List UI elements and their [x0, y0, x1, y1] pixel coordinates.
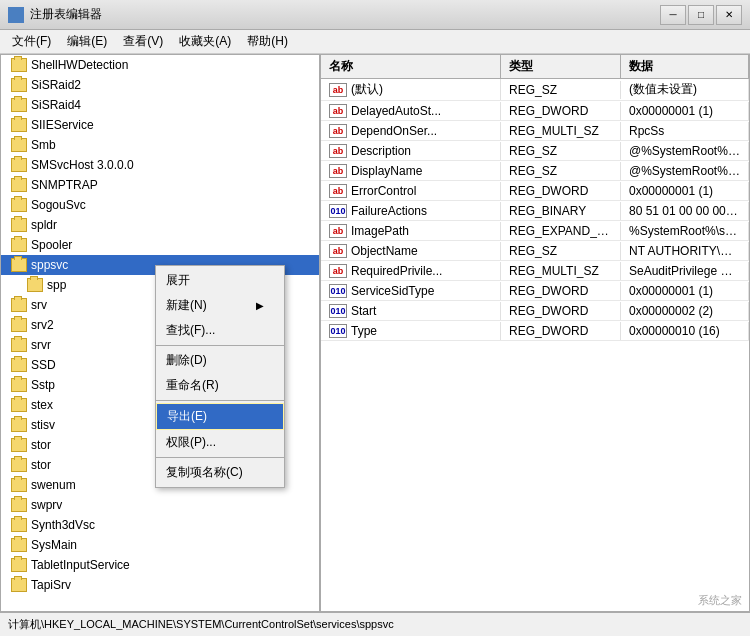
tree-item[interactable]: Synth3dVsc [1, 515, 319, 535]
tree-item[interactable]: ShellHWDetection [1, 55, 319, 75]
tree-item[interactable]: SiSRaid2 [1, 75, 319, 95]
table-row[interactable]: 010StartREG_DWORD0x00000002 (2) [321, 301, 749, 321]
binary-icon: 010 [329, 324, 347, 338]
folder-icon [11, 418, 27, 432]
folder-icon [11, 178, 27, 192]
submenu-arrow-icon: ▶ [256, 300, 264, 311]
table-row[interactable]: abImagePathREG_EXPAND_SZ%SystemRoot%\sys… [321, 221, 749, 241]
ab-icon: ab [329, 124, 347, 138]
tree-item-label: srv [31, 298, 47, 312]
folder-icon [11, 158, 27, 172]
tree-item[interactable]: SysMain [1, 535, 319, 555]
name-text: DelayedAutoSt... [351, 104, 441, 118]
folder-icon [11, 298, 27, 312]
context-menu-item[interactable]: 复制项名称(C) [156, 460, 284, 485]
table-row[interactable]: abObjectNameREG_SZNT AUTHORITY\NetworkS [321, 241, 749, 261]
context-menu-item[interactable]: 重命名(R) [156, 373, 284, 398]
menu-item-label: 重命名(R) [166, 377, 219, 394]
tree-item[interactable]: SNMPTRAP [1, 175, 319, 195]
folder-icon [11, 358, 27, 372]
menu-item-V[interactable]: 查看(V) [115, 31, 171, 52]
context-menu-item[interactable]: 删除(D) [156, 348, 284, 373]
cell-data: @%SystemRoot%\system3 [621, 142, 749, 160]
context-menu-item[interactable]: 权限(P)... [156, 430, 284, 455]
context-menu-item[interactable]: 导出(E) [156, 403, 284, 430]
header-type: 类型 [501, 55, 621, 78]
maximize-button[interactable]: □ [688, 5, 714, 25]
table-row[interactable]: 010FailureActionsREG_BINARY80 51 01 00 0… [321, 201, 749, 221]
menu-item-A[interactable]: 收藏夹(A) [171, 31, 239, 52]
tree-item[interactable]: TabletInputService [1, 555, 319, 575]
menu-item-label: 展开 [166, 272, 190, 289]
menu-separator [156, 400, 284, 401]
tree-item[interactable]: swprv [1, 495, 319, 515]
table-row[interactable]: 010TypeREG_DWORD0x00000010 (16) [321, 321, 749, 341]
name-text: RequiredPrivile... [351, 264, 442, 278]
binary-icon: 010 [329, 284, 347, 298]
tree-item-label: TapiSrv [31, 578, 71, 592]
cell-data: 0x00000010 (16) [621, 322, 749, 340]
minimize-button[interactable]: ─ [660, 5, 686, 25]
table-row[interactable]: abDelayedAutoSt...REG_DWORD0x00000001 (1… [321, 101, 749, 121]
name-text: ErrorControl [351, 184, 416, 198]
folder-icon [11, 378, 27, 392]
tree-item[interactable]: spldr [1, 215, 319, 235]
title-bar: 注册表编辑器 ─ □ ✕ [0, 0, 750, 30]
menu-item-E[interactable]: 编辑(E) [59, 31, 115, 52]
folder-icon [11, 398, 27, 412]
menu-item-H[interactable]: 帮助(H) [239, 31, 296, 52]
table-row[interactable]: abDependOnSer...REG_MULTI_SZRpcSs [321, 121, 749, 141]
cell-data: 0x00000002 (2) [621, 302, 749, 320]
menu-item-F[interactable]: 文件(F) [4, 31, 59, 52]
folder-icon [11, 438, 27, 452]
title-bar-text: 注册表编辑器 [30, 6, 660, 23]
table-row[interactable]: abRequiredPrivile...REG_MULTI_SZSeAuditP… [321, 261, 749, 281]
tree-item-label: stor [31, 458, 51, 472]
app-icon [8, 7, 24, 23]
ab-icon: ab [329, 104, 347, 118]
folder-icon [11, 478, 27, 492]
table-row[interactable]: ab(默认)REG_SZ(数值未设置) [321, 79, 749, 101]
tree-item[interactable]: SIIEService [1, 115, 319, 135]
context-menu: 展开新建(N)▶查找(F)...删除(D)重命名(R)导出(E)权限(P)...… [155, 265, 285, 488]
tree-item-label: SIIEService [31, 118, 94, 132]
tree-item[interactable]: TapiSrv [1, 575, 319, 595]
right-panel: 名称 类型 数据 ab(默认)REG_SZ(数值未设置)abDelayedAut… [321, 55, 749, 611]
tree-item-label: srvr [31, 338, 51, 352]
folder-icon [11, 258, 27, 272]
ab-icon: ab [329, 244, 347, 258]
cell-type: REG_SZ [501, 81, 621, 99]
table-row[interactable]: abErrorControlREG_DWORD0x00000001 (1) [321, 181, 749, 201]
table-row[interactable]: abDescriptionREG_SZ@%SystemRoot%\system3 [321, 141, 749, 161]
tree-item[interactable]: Spooler [1, 235, 319, 255]
header-data: 数据 [621, 55, 749, 78]
folder-icon [27, 278, 43, 292]
cell-name: ab(默认) [321, 79, 501, 100]
name-text: Type [351, 324, 377, 338]
context-menu-item[interactable]: 展开 [156, 268, 284, 293]
tree-item-label: TabletInputService [31, 558, 130, 572]
folder-icon [11, 198, 27, 212]
cell-data: @%SystemRoot%\system3 [621, 162, 749, 180]
cell-type: REG_SZ [501, 142, 621, 160]
menu-separator [156, 345, 284, 346]
table-row[interactable]: 010ServiceSidTypeREG_DWORD0x00000001 (1) [321, 281, 749, 301]
context-menu-item[interactable]: 新建(N)▶ [156, 293, 284, 318]
table-row[interactable]: abDisplayNameREG_SZ@%SystemRoot%\system3 [321, 161, 749, 181]
tree-item[interactable]: SogouSvc [1, 195, 319, 215]
cell-name: abErrorControl [321, 182, 501, 200]
tree-item-label: stex [31, 398, 53, 412]
tree-item[interactable]: Smb [1, 135, 319, 155]
ab-icon: ab [329, 184, 347, 198]
close-button[interactable]: ✕ [716, 5, 742, 25]
status-bar: 计算机\HKEY_LOCAL_MACHINE\SYSTEM\CurrentCon… [0, 612, 750, 636]
folder-icon [11, 98, 27, 112]
context-menu-item[interactable]: 查找(F)... [156, 318, 284, 343]
tree-item-label: SiSRaid2 [31, 78, 81, 92]
tree-item[interactable]: SMSvcHost 3.0.0.0 [1, 155, 319, 175]
folder-icon [11, 578, 27, 592]
name-text: Description [351, 144, 411, 158]
cell-type: REG_DWORD [501, 182, 621, 200]
tree-item[interactable]: SiSRaid4 [1, 95, 319, 115]
menu-separator [156, 457, 284, 458]
